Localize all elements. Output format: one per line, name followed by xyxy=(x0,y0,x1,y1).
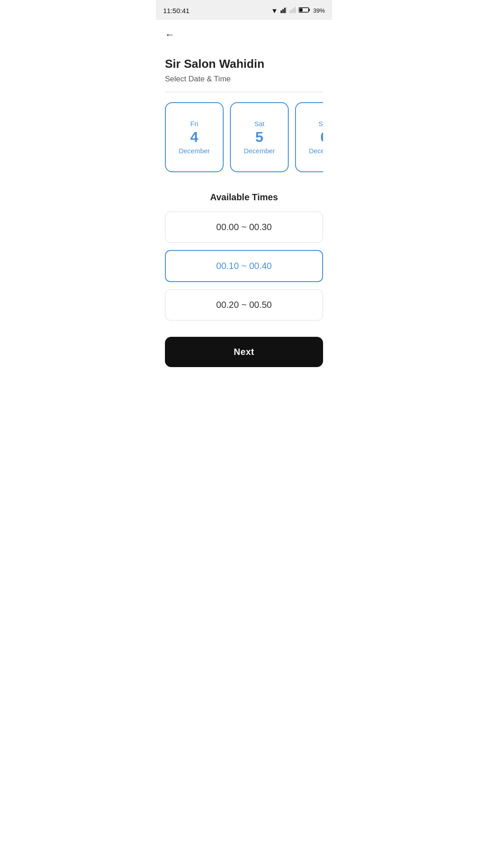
times-section: Available Times 00.00 ~ 00.30 00.10 ~ 00… xyxy=(156,179,332,337)
time-slot-2-label: 00.10 ~ 00.40 xyxy=(216,261,272,271)
month-sat: December xyxy=(244,147,275,155)
date-card-sun[interactable]: Sun 6 December xyxy=(295,102,323,172)
page-subtitle: Select Date & Time xyxy=(165,75,323,84)
signal-icon-2 xyxy=(290,7,296,14)
time-slot-3-label: 00.20 ~ 00.50 xyxy=(216,300,272,310)
svg-rect-9 xyxy=(309,9,310,11)
svg-rect-5 xyxy=(291,9,293,13)
day-num-fri: 4 xyxy=(190,129,198,145)
time-slot-3[interactable]: 00.20 ~ 00.50 xyxy=(165,289,323,321)
svg-rect-2 xyxy=(284,8,286,13)
day-name-sun: Sun xyxy=(319,120,323,127)
day-num-sun: 6 xyxy=(320,129,323,145)
time-slot-1[interactable]: 00.00 ~ 00.30 xyxy=(165,212,323,243)
svg-rect-10 xyxy=(299,8,302,11)
back-button[interactable]: ← xyxy=(165,27,175,42)
times-heading: Available Times xyxy=(165,192,323,203)
date-card-sat[interactable]: Sat 5 December xyxy=(230,102,289,172)
date-card-fri[interactable]: Fri 4 December xyxy=(165,102,224,172)
page-title-area: Sir Salon Wahidin Select Date & Time xyxy=(156,46,332,84)
svg-rect-7 xyxy=(295,7,296,13)
day-name-sat: Sat xyxy=(254,120,265,127)
time-slot-1-label: 00.00 ~ 00.30 xyxy=(216,222,272,232)
svg-rect-6 xyxy=(293,8,295,13)
battery-icon xyxy=(299,7,310,14)
salon-name: Sir Salon Wahidin xyxy=(165,57,323,71)
date-picker-section: Fri 4 December Sat 5 December Sun 6 Dece… xyxy=(156,92,332,179)
signal-icon xyxy=(281,7,287,14)
date-scroll[interactable]: Fri 4 December Sat 5 December Sun 6 Dece… xyxy=(165,102,323,174)
month-fri: December xyxy=(178,147,210,155)
svg-rect-0 xyxy=(281,10,282,13)
battery-percent: 39% xyxy=(313,7,325,14)
back-arrow-icon: ← xyxy=(165,29,175,41)
status-icons: ▼ 39% xyxy=(271,7,325,14)
wifi-icon: ▼ xyxy=(271,7,278,14)
status-bar: 11:50:41 ▼ xyxy=(156,0,332,20)
svg-rect-1 xyxy=(282,9,284,13)
svg-rect-4 xyxy=(290,10,291,13)
time-slot-2[interactable]: 00.10 ~ 00.40 xyxy=(165,250,323,282)
next-button[interactable]: Next xyxy=(165,337,323,367)
day-num-sat: 5 xyxy=(255,129,263,145)
day-name-fri: Fri xyxy=(190,120,198,127)
svg-rect-3 xyxy=(286,7,287,13)
month-sun: December xyxy=(309,147,323,155)
header: ← xyxy=(156,20,332,46)
status-time: 11:50:41 xyxy=(163,7,189,14)
next-btn-container: Next xyxy=(156,337,332,376)
